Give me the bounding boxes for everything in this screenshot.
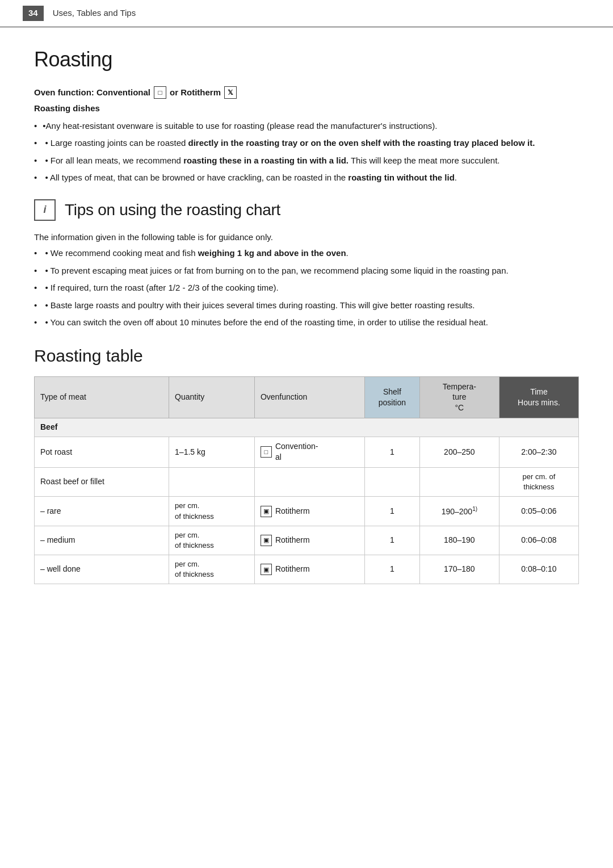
temp: 190–2001) [419, 497, 499, 526]
header-bar: 34 Uses, Tables and Tips [0, 0, 613, 27]
quantity [169, 467, 255, 496]
shelf: 1 [364, 555, 419, 584]
tip-2: • To prevent escaping meat juices or fat… [34, 265, 579, 278]
func-label: Rotitherm [275, 506, 310, 517]
oven-function-line: Oven function: Conventional □ or Rotithe… [34, 86, 579, 99]
temp: 180–190 [419, 526, 499, 555]
ovenfunction: ▣ Rotitherm [254, 555, 364, 584]
temp: 170–180 [419, 555, 499, 584]
th-time: TimeHours mins. [499, 376, 578, 418]
main-content: Roasting Oven function: Conventional □ o… [0, 44, 613, 607]
ovenfunction: ▣ Rotitherm [254, 526, 364, 555]
th-temp: Tempera-ture°C [419, 376, 499, 418]
conventional-func-icon: □ [261, 446, 272, 458]
meat-name: Pot roast [35, 437, 169, 467]
shelf: 1 [364, 437, 419, 467]
time: 0:05–0:06 [499, 497, 578, 526]
shelf: 1 [364, 497, 419, 526]
rotitherm-func-icon: ▣ [261, 506, 272, 517]
ovenfunction: □ Convention-al [254, 437, 364, 467]
roasting-table-title: Roasting table [34, 343, 579, 368]
quantity: per cm.of thickness [169, 555, 255, 584]
func-label: Rotitherm [275, 535, 310, 546]
section-title: Roasting [34, 44, 579, 75]
table-row: – rare per cm.of thickness ▣ Rotitherm 1… [35, 497, 579, 526]
oven-function-text: Oven function: Conventional [34, 86, 150, 99]
roasting-dishes-title: Roasting dishes [34, 102, 579, 115]
bullet-4: • All types of meat, that can be browned… [34, 171, 579, 184]
rotitherm-icon: 𝕏 [224, 86, 237, 99]
bullet-2: • Large roasting joints can be roasted d… [34, 137, 579, 150]
time: 2:00–2:30 [499, 437, 578, 467]
quantity: per cm.of thickness [169, 526, 255, 555]
bullet-1: • Any heat-resistant ovenware is suitabl… [34, 120, 579, 133]
quantity: 1–1.5 kg [169, 437, 255, 467]
roasting-table: Type of meat Quantity Ovenfunction Shelf… [34, 376, 579, 585]
temp: 200–250 [419, 437, 499, 467]
meat-name: – well done [35, 555, 169, 584]
table-row: Pot roast 1–1.5 kg □ Convention-al 1 200… [35, 437, 579, 467]
rotitherm-func-icon3: ▣ [261, 564, 272, 575]
temp [419, 467, 499, 496]
meat-name: Roast beef or fillet [35, 467, 169, 496]
tip-4: • Baste large roasts and poultry with th… [34, 299, 579, 312]
th-quantity: Quantity [169, 376, 255, 418]
th-ovenfunction: Ovenfunction [254, 376, 364, 418]
tips-intro: The information given in the following t… [34, 231, 579, 244]
quantity: per cm.of thickness [169, 497, 255, 526]
meat-name: – medium [35, 526, 169, 555]
info-icon: i [34, 199, 56, 221]
table-row: – medium per cm.of thickness ▣ Rotitherm… [35, 526, 579, 555]
tip-3: • If required, turn the roast (after 1/2… [34, 282, 579, 295]
time: 0:08–0:10 [499, 555, 578, 584]
section-beef: Beef [35, 418, 579, 437]
time: per cm. ofthickness [499, 467, 578, 496]
meat-name: – rare [35, 497, 169, 526]
th-meat: Type of meat [35, 376, 169, 418]
shelf [364, 467, 419, 496]
tips-section: i Tips on using the roasting chart [34, 198, 579, 222]
conventional-icon: □ [154, 86, 166, 99]
page-number: 34 [23, 6, 44, 21]
tips-bullets: • We recommend cooking meat and fish wei… [34, 247, 579, 329]
table-row: – well done per cm.of thickness ▣ Rotith… [35, 555, 579, 584]
table-row: Roast beef or fillet per cm. ofthickness [35, 467, 579, 496]
time: 0:06–0:08 [499, 526, 578, 555]
or-text: or Rotitherm [170, 86, 221, 99]
func-label: Convention-al [275, 441, 318, 463]
beef-label: Beef [35, 418, 579, 437]
page: 34 Uses, Tables and Tips Roasting Oven f… [0, 0, 613, 868]
func-label: Rotitherm [275, 564, 310, 575]
header-title: Uses, Tables and Tips [53, 7, 136, 20]
ovenfunction: ▣ Rotitherm [254, 497, 364, 526]
tips-title: Tips on using the roasting chart [65, 198, 280, 222]
roasting-bullets: • Any heat-resistant ovenware is suitabl… [34, 120, 579, 184]
bullet-3: • For all lean meats, we recommend roast… [34, 154, 579, 167]
tip-1: • We recommend cooking meat and fish wei… [34, 247, 579, 260]
shelf: 1 [364, 526, 419, 555]
tip-5: • You can switch the oven off about 10 m… [34, 316, 579, 329]
th-shelf: Shelfposition [364, 376, 419, 418]
rotitherm-func-icon2: ▣ [261, 535, 272, 546]
ovenfunction [254, 467, 364, 496]
